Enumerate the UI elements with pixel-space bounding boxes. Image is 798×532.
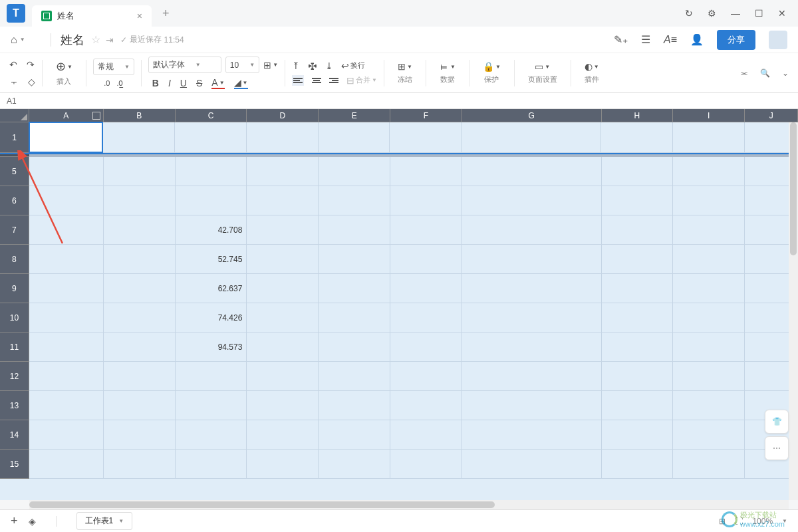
row-header-15[interactable]: 15: [0, 450, 29, 479]
sheet-tab[interactable]: 工作表1▼: [76, 512, 133, 530]
column-header-e[interactable]: E: [319, 109, 390, 122]
column-header-b[interactable]: B: [104, 109, 176, 122]
underline-button[interactable]: U: [180, 77, 187, 89]
valign-top-button[interactable]: ⤒: [292, 61, 300, 71]
row-header-10[interactable]: 10: [0, 303, 29, 332]
border-button[interactable]: ⊞ ▼: [263, 57, 278, 73]
column-header-h[interactable]: H: [602, 109, 674, 122]
vertical-scrollbar[interactable]: [789, 122, 798, 500]
sheet-list-button[interactable]: ◈: [29, 516, 36, 527]
minimize-button[interactable]: —: [731, 8, 740, 19]
document-title[interactable]: 姓名: [61, 32, 84, 48]
number-format-select[interactable]: 常规▼: [93, 59, 134, 75]
note-add-icon[interactable]: ✎₊: [614, 33, 628, 46]
row-header-11[interactable]: 11: [0, 332, 29, 362]
row-header-7[interactable]: 7: [0, 215, 29, 245]
decimal-increase-button[interactable]: .0̲: [116, 79, 123, 88]
row-header-6[interactable]: 6: [0, 186, 29, 215]
data-button[interactable]: ⫢ ▼: [440, 61, 456, 72]
settings-icon[interactable]: ⚙: [708, 8, 716, 19]
plugin-button[interactable]: ◐ ▼: [585, 61, 599, 72]
bold-button[interactable]: B: [152, 77, 159, 89]
align-center-button[interactable]: [312, 75, 321, 86]
list-icon[interactable]: ☰: [641, 33, 650, 46]
sync-icon[interactable]: ↻: [685, 8, 693, 19]
home-icon[interactable]: ⌂: [11, 34, 17, 46]
column-headers: A B C D E F G H I J: [0, 109, 798, 122]
merge-button[interactable]: ⊟ 合并 ▼: [346, 75, 377, 86]
user-avatar[interactable]: [769, 31, 787, 49]
cell-c7[interactable]: 42.708: [176, 215, 247, 245]
cell-reference[interactable]: A1: [0, 93, 798, 109]
cell-c9[interactable]: 62.637: [176, 274, 247, 303]
search-icon[interactable]: 🔍: [760, 68, 770, 78]
text-format-icon[interactable]: A≡: [664, 34, 677, 46]
folder-icon[interactable]: ⇥: [106, 35, 114, 45]
row-header-5[interactable]: 5: [0, 157, 29, 186]
app-logo: T: [7, 4, 25, 23]
maximize-button[interactable]: ☐: [755, 8, 763, 19]
font-family-select[interactable]: 默认字体▼: [148, 57, 221, 73]
horizontal-scrollbar[interactable]: [29, 500, 789, 509]
share-button[interactable]: 分享: [717, 30, 755, 50]
format-painter-button[interactable]: ⫟: [9, 76, 19, 87]
star-icon[interactable]: ☆: [91, 33, 100, 46]
spreadsheet-grid[interactable]: A B C D E F G H I J 1 5 6 742.708 852.74…: [0, 109, 798, 500]
add-sheet-button[interactable]: +: [11, 514, 18, 528]
cell-c10[interactable]: 74.426: [176, 303, 247, 332]
row-header-14[interactable]: 14: [0, 420, 29, 450]
column-header-g[interactable]: G: [462, 109, 602, 122]
column-header-c[interactable]: C: [176, 109, 247, 122]
statusbar: + ◈ 工作表1▼ ⊞ ⛶ 100% ▼ 极光下载站www.xz7.com: [0, 509, 798, 532]
column-header-a[interactable]: A: [29, 109, 104, 122]
link-icon[interactable]: ⫘: [740, 68, 748, 78]
strike-button[interactable]: S: [196, 77, 202, 89]
font-size-select[interactable]: 10▼: [225, 57, 259, 73]
page-setup-button[interactable]: ▭ ▼: [535, 61, 550, 72]
valign-bottom-button[interactable]: ⤓: [325, 61, 333, 71]
font-color-button[interactable]: A ▼: [211, 77, 224, 89]
document-tab[interactable]: 姓名 ×: [32, 5, 152, 27]
protect-button[interactable]: 🔒 ▼: [483, 61, 501, 72]
freeze-button[interactable]: ⊞ ▼: [398, 61, 412, 72]
column-header-i[interactable]: I: [673, 109, 745, 122]
row-1: 1: [0, 122, 798, 153]
save-status: ✓ 最近保存 11:54: [120, 34, 184, 45]
saved-prefix: 最近保存: [130, 34, 162, 45]
select-all-corner[interactable]: [0, 109, 29, 122]
clear-format-button[interactable]: ◇: [28, 76, 35, 87]
tab-title: 姓名: [57, 10, 132, 22]
theme-button[interactable]: 👕: [765, 410, 789, 434]
italic-button[interactable]: I: [168, 77, 171, 89]
undo-button[interactable]: ↶: [9, 59, 17, 70]
separator: [51, 33, 51, 47]
cell-c11[interactable]: 94.573: [176, 332, 247, 362]
column-header-j[interactable]: J: [745, 109, 798, 122]
sheets-icon: [41, 11, 52, 21]
close-tab-icon[interactable]: ×: [137, 11, 142, 21]
row-header-8[interactable]: 8: [0, 245, 29, 274]
close-window-button[interactable]: ✕: [778, 8, 786, 19]
saved-time: 11:54: [164, 35, 184, 45]
row-header-13[interactable]: 13: [0, 391, 29, 420]
valign-middle-button[interactable]: ⧾: [308, 61, 317, 71]
row-header-12[interactable]: 12: [0, 362, 29, 391]
row-header-9[interactable]: 9: [0, 274, 29, 303]
align-left-button[interactable]: [292, 75, 304, 86]
chevron-down-icon[interactable]: ⌄: [782, 68, 789, 78]
cell-c8[interactable]: 52.745: [176, 245, 247, 274]
more-button[interactable]: ⋯: [765, 436, 789, 460]
wrap-button[interactable]: ↩ 换行: [341, 61, 365, 71]
insert-button[interactable]: ⊕ ▼: [56, 59, 72, 74]
cell-a1[interactable]: [29, 122, 103, 153]
new-tab-button[interactable]: +: [162, 7, 170, 21]
column-header-f[interactable]: F: [390, 109, 462, 122]
column-header-d[interactable]: D: [247, 109, 319, 122]
decimal-decrease-button[interactable]: .0: [104, 79, 110, 88]
row-header-1[interactable]: 1: [0, 122, 29, 153]
align-right-button[interactable]: [329, 75, 338, 86]
home-dropdown-icon[interactable]: ▼: [20, 37, 25, 43]
redo-button[interactable]: ↷: [27, 59, 35, 70]
fill-color-button[interactable]: ◢ ▼: [234, 77, 248, 89]
collaborator-icon[interactable]: 👤: [690, 33, 704, 46]
